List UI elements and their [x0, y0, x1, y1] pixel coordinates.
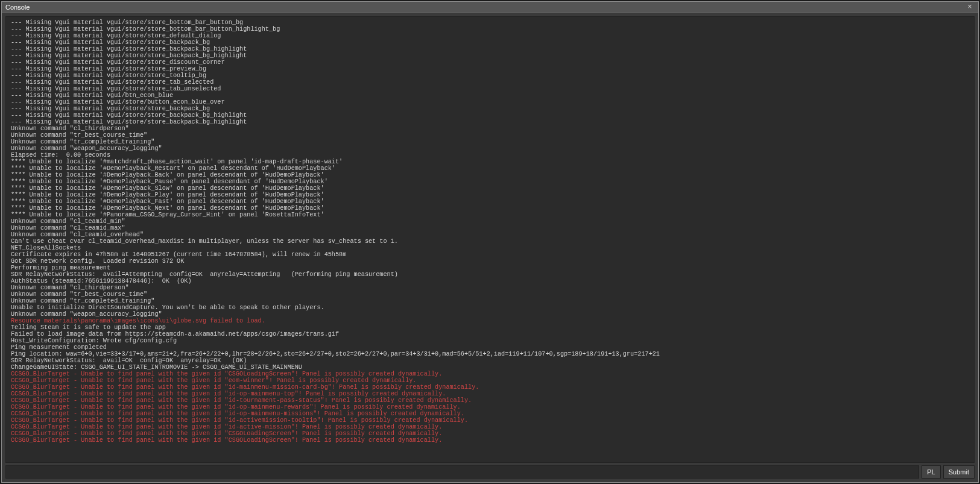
log-line: Unknown command "weapon_accuracy_logging…	[11, 311, 969, 318]
log-line: --- Missing Vgui material vgui/store/sto…	[11, 66, 969, 72]
log-line: CCSGO_BlurTarget - Unable to find panel …	[11, 371, 969, 377]
log-line: Ping location: waw=6+0,vie=33+3/17+0,ams…	[11, 351, 969, 357]
log-line: SDR RelayNetworkStatus: avail=OK config=…	[11, 357, 969, 364]
log-line: Unknown command "tr_best_course_time"	[11, 291, 969, 298]
log-line: AuthStatus (steamid:76561199138478446): …	[11, 278, 969, 284]
input-row: PL Submit	[5, 465, 975, 479]
submit-button[interactable]: Submit	[943, 465, 975, 479]
log-line: --- Missing Vgui material vgui/store/but…	[11, 99, 969, 105]
log-line: Unable to initialize DirectSoundCapture.…	[11, 304, 969, 311]
log-line: Telling Steam it is safe to update the a…	[11, 324, 969, 331]
log-line: --- Missing Vgui material vgui/store/sto…	[11, 52, 969, 59]
log-line: --- Missing Vgui material vgui/store/sto…	[11, 119, 969, 125]
log-area-wrap: --- Missing Vgui material vgui/store/sto…	[5, 16, 975, 463]
log-line: CCSGO_BlurTarget - Unable to find panel …	[11, 377, 969, 384]
log-line: Unknown command "tr_best_course_time"	[11, 132, 969, 139]
titlebar[interactable]: Console ×	[2, 2, 978, 13]
log-line: CCSGO_BlurTarget - Unable to find panel …	[11, 404, 969, 410]
log-line: --- Missing Vgui material vgui/store/sto…	[11, 79, 969, 86]
log-line: Unknown command "cl_teamid_min"	[11, 218, 969, 225]
log-line: CCSGO_BlurTarget - Unable to find panel …	[11, 391, 969, 397]
log-line: **** Unable to localize '#DemoPlayback_P…	[11, 192, 969, 198]
log-line: Certificate expires in 47h58m at 1648051…	[11, 251, 969, 258]
log-line: --- Missing Vgui material vgui/store/sto…	[11, 72, 969, 79]
log-line: **** Unable to localize '#DemoPlayback_N…	[11, 205, 969, 212]
log-line: **** Unable to localize '#matchdraft_pha…	[11, 159, 969, 165]
log-line: Host_WriteConfiguration: Wrote cfg/confi…	[11, 338, 969, 344]
command-input[interactable]	[5, 465, 919, 479]
log-line: --- Missing Vgui material vgui/store/sto…	[11, 39, 969, 46]
log-line: ChangeGameUIState: CSGO_GAME_UI_STATE_IN…	[11, 364, 969, 371]
log-line: SDR RelayNetworkStatus: avail=Attempting…	[11, 271, 969, 278]
language-button[interactable]: PL	[922, 465, 940, 479]
log-line: **** Unable to localize '#DemoPlayback_F…	[11, 198, 969, 205]
log-area[interactable]: --- Missing Vgui material vgui/store/sto…	[6, 17, 974, 462]
log-line: **** Unable to localize '#DemoPlayback_B…	[11, 172, 969, 178]
log-line: --- Missing Vgui material vgui/store/sto…	[11, 105, 969, 112]
log-line: **** Unable to localize '#DemoPlayback_S…	[11, 185, 969, 192]
log-line: --- Missing Vgui material vgui/store/sto…	[11, 19, 969, 26]
log-line: **** Unable to localize '#Panorama_CSGO_…	[11, 212, 969, 218]
log-line: Elapsed time: 0.00 seconds	[11, 152, 969, 159]
log-line: CCSGO_BlurTarget - Unable to find panel …	[11, 384, 969, 391]
log-line: CCSGO_BlurTarget - Unable to find panel …	[11, 424, 969, 430]
log-line: **** Unable to localize '#DemoPlayback_R…	[11, 165, 969, 172]
log-line: Unknown command "tr_completed_training"	[11, 139, 969, 145]
close-icon[interactable]: ×	[965, 3, 975, 11]
log-line: Unknown command "tr_completed_training"	[11, 298, 969, 304]
console-window: Console × --- Missing Vgui material vgui…	[1, 1, 979, 483]
log-line: Failed to load image data from https://s…	[11, 331, 969, 338]
log-line: Unknown command "cl_teamid_overhead"	[11, 231, 969, 238]
log-line: Unknown command "cl_teamid_max"	[11, 225, 969, 231]
log-line: --- Missing Vgui material vgui/store/sto…	[11, 33, 969, 39]
log-line: --- Missing Vgui material vgui/store/sto…	[11, 46, 969, 52]
log-line: --- Missing Vgui material vgui/store/sto…	[11, 112, 969, 119]
log-line: --- Missing Vgui material vgui/btn_econ_…	[11, 92, 969, 99]
log-line: --- Missing Vgui material vgui/store/sto…	[11, 26, 969, 33]
log-line: --- Missing Vgui material vgui/store/sto…	[11, 86, 969, 92]
log-line: Got SDR network config. Loaded revision …	[11, 258, 969, 265]
log-line: --- Missing Vgui material vgui/store/sto…	[11, 59, 969, 66]
log-line: Performing ping measurement	[11, 265, 969, 271]
log-line: CCSGO_BlurTarget - Unable to find panel …	[11, 437, 969, 444]
log-line: NET_CloseAllSockets	[11, 245, 969, 251]
log-line: CCSGO_BlurTarget - Unable to find panel …	[11, 410, 969, 417]
log-line: **** Unable to localize '#DemoPlayback_P…	[11, 178, 969, 185]
log-line: Unknown command "cl_thirdperson"	[11, 284, 969, 291]
log-line: Ping measurement completed	[11, 344, 969, 351]
window-title: Console	[5, 4, 30, 11]
log-line: Can't use cheat cvar cl_teamid_overhead_…	[11, 238, 969, 245]
log-line: CCSGO_BlurTarget - Unable to find panel …	[11, 397, 969, 404]
log-line: Resource materials\panorama\images\icons…	[11, 318, 969, 324]
console-body: --- Missing Vgui material vgui/store/sto…	[2, 13, 978, 482]
log-line: Unknown command "weapon_accuracy_logging…	[11, 145, 969, 152]
log-line: CCSGO_BlurTarget - Unable to find panel …	[11, 430, 969, 437]
log-line: CCSGO_BlurTarget - Unable to find panel …	[11, 417, 969, 424]
log-line: Unknown command "cl_thirdperson"	[11, 125, 969, 132]
